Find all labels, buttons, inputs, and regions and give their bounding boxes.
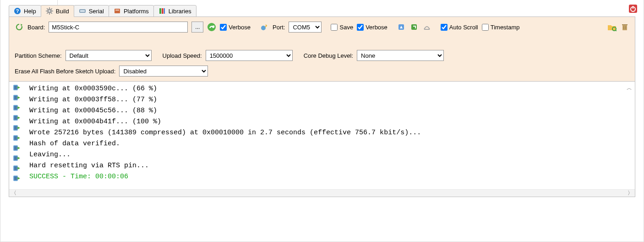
svg-line-28 xyxy=(616,30,617,31)
svg-rect-42 xyxy=(14,126,17,130)
gutter-chip-icon xyxy=(12,94,22,102)
tab-bar: ? Help Build Serial Platforms L xyxy=(0,4,644,16)
svg-rect-46 xyxy=(14,146,17,150)
svg-rect-30 xyxy=(622,24,628,25)
verbose1-checkbox[interactable]: Verbose xyxy=(220,24,251,31)
erase-select[interactable]: Disabled xyxy=(119,66,208,77)
tab-label: Platforms xyxy=(124,8,149,15)
verbose1-label: Verbose xyxy=(229,24,251,31)
power-button[interactable] xyxy=(629,5,637,13)
open-folder-icon[interactable] xyxy=(607,22,617,32)
svg-point-22 xyxy=(207,23,216,31)
svg-line-11 xyxy=(51,8,52,9)
toolbar-row-2: Partition Scheme: Default Upload Speed: … xyxy=(15,50,629,61)
verbose1-input[interactable] xyxy=(220,24,227,31)
svg-rect-38 xyxy=(14,106,17,110)
tab-label: Libraries xyxy=(169,8,191,15)
tab-serial[interactable]: Serial xyxy=(74,5,109,17)
debug-label: Core Debug Level: xyxy=(304,52,353,59)
svg-rect-48 xyxy=(14,156,17,160)
refresh-icon[interactable] xyxy=(15,22,24,32)
serial-icon xyxy=(79,7,86,15)
svg-line-10 xyxy=(47,13,48,14)
svg-point-23 xyxy=(261,26,266,30)
toolbar-row-1: Board: ... Verbose Port: COM5 Save xyxy=(15,22,629,33)
svg-rect-34 xyxy=(14,86,17,89)
svg-rect-40 xyxy=(14,116,17,120)
partition-select[interactable]: Default xyxy=(65,50,152,61)
tab-build[interactable]: Build xyxy=(41,5,74,17)
erase-label: Erase All Flash Before Sketch Upload: xyxy=(15,68,115,75)
gutter-chip-icon xyxy=(12,83,22,92)
board-browse-button[interactable]: ... xyxy=(191,22,203,33)
autoscroll-label: Auto Scroll xyxy=(449,24,478,31)
board-input[interactable] xyxy=(49,22,188,33)
svg-rect-36 xyxy=(14,96,17,99)
svg-rect-44 xyxy=(14,136,17,140)
gutter-chip-icon xyxy=(12,174,22,182)
tab-label: Build xyxy=(56,8,69,15)
tool-icon-1[interactable] xyxy=(397,22,406,32)
tab-label: Serial xyxy=(89,8,104,15)
gutter-chip-icon xyxy=(12,104,22,112)
tab-platforms[interactable]: Platforms xyxy=(109,5,154,17)
board-label: Board: xyxy=(27,24,45,31)
port-select[interactable]: COM5 xyxy=(289,22,322,33)
gutter-chip-icon xyxy=(12,114,22,122)
autoscroll-checkbox[interactable]: Auto Scroll xyxy=(441,24,478,31)
save-label: Save xyxy=(339,24,353,31)
scroll-right-icon[interactable]: 〉 xyxy=(628,189,633,197)
save-input[interactable] xyxy=(331,24,338,31)
h-scrollbar[interactable]: 〈 〉 xyxy=(9,189,635,197)
svg-rect-15 xyxy=(115,10,119,11)
svg-rect-14 xyxy=(115,9,120,13)
gutter-chip-icon xyxy=(12,164,22,172)
speed-label: Upload Speed: xyxy=(163,52,202,59)
port-icon[interactable] xyxy=(260,22,269,32)
svg-rect-50 xyxy=(14,166,17,170)
verbose2-input[interactable] xyxy=(357,24,364,31)
gear-icon xyxy=(46,7,53,15)
trash-icon[interactable] xyxy=(620,22,629,32)
svg-line-8 xyxy=(47,8,48,9)
svg-text:?: ? xyxy=(16,8,19,14)
scroll-left-icon[interactable]: 〈 xyxy=(11,189,16,197)
svg-rect-25 xyxy=(411,24,417,30)
scroll-up-icon[interactable]: ︿ xyxy=(627,84,632,92)
gutter-chip-icon xyxy=(12,144,22,152)
save-checkbox[interactable]: Save xyxy=(331,24,353,31)
gutter-chip-icon xyxy=(12,154,22,162)
console-log[interactable]: Writing at 0x0003590c... (66 %)Writing a… xyxy=(25,82,635,189)
svg-rect-18 xyxy=(164,8,165,14)
help-icon: ? xyxy=(14,7,21,15)
autoscroll-input[interactable] xyxy=(441,24,448,31)
tool-icon-2[interactable] xyxy=(409,22,419,32)
port-label: Port: xyxy=(273,24,285,31)
upload-icon[interactable] xyxy=(207,22,216,32)
svg-line-9 xyxy=(51,13,52,14)
partition-label: Partition Scheme: xyxy=(15,52,62,59)
debug-select[interactable]: None xyxy=(357,50,444,61)
svg-rect-16 xyxy=(159,8,161,14)
tab-libraries[interactable]: Libraries xyxy=(153,5,196,17)
tab-help[interactable]: ? Help xyxy=(9,5,41,17)
speed-select[interactable]: 1500000 xyxy=(206,50,293,61)
verbose2-label: Verbose xyxy=(366,24,387,31)
gutter-chip-icon xyxy=(12,134,22,142)
svg-rect-29 xyxy=(622,25,627,30)
svg-rect-17 xyxy=(162,8,164,14)
tab-label: Help xyxy=(24,8,36,15)
svg-point-3 xyxy=(49,10,50,12)
svg-rect-52 xyxy=(14,176,17,180)
timestamp-label: Timestamp xyxy=(491,24,520,31)
gutter-chip-icon xyxy=(12,124,22,132)
toolbar-row-3: Erase All Flash Before Sketch Upload: Di… xyxy=(15,66,629,77)
timestamp-checkbox[interactable]: Timestamp xyxy=(482,24,520,31)
verbose2-checkbox[interactable]: Verbose xyxy=(357,24,387,31)
console: ︿ Writing at 0x0003590c... (66 %)Writing… xyxy=(9,82,635,197)
build-panel: Board: ... Verbose Port: COM5 Save xyxy=(9,16,635,82)
tool-icon-3[interactable] xyxy=(422,22,431,32)
libraries-icon xyxy=(158,7,166,15)
platforms-icon xyxy=(114,7,121,15)
timestamp-input[interactable] xyxy=(482,24,489,31)
